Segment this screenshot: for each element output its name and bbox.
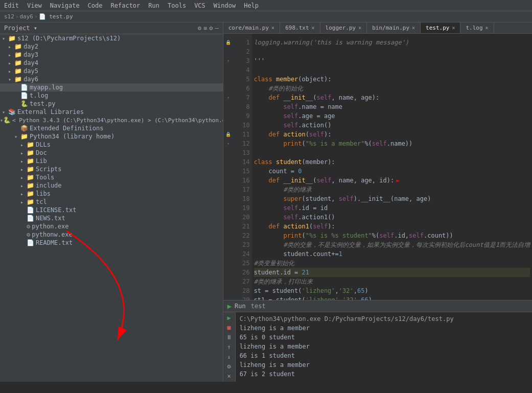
tab-tlog-close[interactable]: × (485, 25, 489, 31)
tree-myapplog[interactable]: 📄 myapp.log (0, 83, 223, 91)
tab-tlog-label: t.log (466, 25, 482, 31)
gutter-fold-11[interactable]: 🔒 (224, 130, 233, 139)
tree-day3[interactable]: ▸ 📁 day3 (0, 51, 223, 59)
tab-loggerpy[interactable]: logger.py × (320, 22, 367, 33)
run-output-line-4: 66 is 1 student (240, 351, 528, 360)
tree-scripts[interactable]: ▸ 📁 Scripts (0, 165, 223, 173)
menu-window[interactable]: Window (210, 2, 240, 9)
tab-loggerpy-close[interactable]: × (358, 25, 361, 31)
editor-area: core/main.py × 698.txt × logger.py × bin… (223, 22, 532, 382)
breadcrumb-s12[interactable]: s12 (4, 13, 14, 20)
code-line-6: #类的初始化 (254, 84, 530, 93)
tab-698txt-label: 698.txt (285, 25, 309, 31)
tree-tlog[interactable]: 📄 t.log (0, 91, 223, 100)
tree-extended-defs[interactable]: 📦 Extended Definitions (0, 124, 223, 132)
gutter-fold-10[interactable] (224, 121, 233, 130)
menu-edit[interactable]: Edit (0, 2, 23, 9)
tree-external-libs[interactable]: ▾ 📚 External Libraries (0, 108, 223, 116)
tree-day4[interactable]: ▸ 📁 day4 (0, 59, 223, 67)
tree-readme[interactable]: 📄 README.txt (0, 239, 223, 247)
sync-icon[interactable]: ⚙ (198, 25, 201, 32)
gutter-fold-6[interactable] (224, 84, 233, 93)
tab-coremain[interactable]: core/main.py × (223, 22, 281, 33)
tab-coremain-close[interactable]: × (271, 25, 274, 31)
tab-loggerpy-label: logger.py (326, 25, 356, 31)
code-line-10: self.action() (254, 121, 530, 130)
run-output-line-3: lizheng is a member (240, 342, 528, 351)
code-line-20: self.action1() (254, 213, 530, 222)
gutter-fold-3[interactable]: ▾ (224, 56, 233, 65)
tree-tools[interactable]: ▸ 📁 Tools (0, 173, 223, 181)
tree-s12[interactable]: ▾ 📁 s12 (D:\PycharmProjects\s12) (0, 34, 223, 42)
tab-testpy-close[interactable]: × (452, 25, 455, 31)
tab-698txt[interactable]: 698.txt × (280, 22, 320, 33)
tree-pythonexe[interactable]: ⚙ python.exe (0, 222, 223, 230)
gutter-fold-1[interactable]: 🔒 (224, 38, 233, 47)
gutter-fold-4[interactable] (224, 65, 233, 75)
tree-python343[interactable]: ▾ 🐍 < Python 3.4.3 (C:\Python34\python.e… (0, 116, 223, 124)
tab-698txt-close[interactable]: × (312, 25, 315, 31)
run-label[interactable]: Run (235, 303, 246, 310)
gutter-fold-8[interactable] (224, 102, 233, 111)
settings-icon[interactable]: ≡ (203, 25, 207, 32)
tree-day2[interactable]: ▸ 📁 day2 (0, 42, 223, 51)
run-tab: ▶ Run test (223, 300, 532, 312)
run-close-button[interactable]: × (224, 372, 234, 380)
code-line-22: print("%s is %s student"%(self.id,self.c… (254, 231, 530, 240)
code-line-11: def action(self): (254, 130, 530, 139)
menu-refactor[interactable]: Refactor (107, 2, 145, 9)
code-line-28: st = student('lizheng','32',65) (254, 286, 530, 295)
sidebar: Project ▾ ⚙ ≡ ⚙ — ▾ 📁 s12 (D:\PycharmPro… (0, 22, 223, 382)
tab-binmain-close[interactable]: × (412, 25, 415, 31)
tree-include[interactable]: ▸ 📁 include (0, 181, 223, 190)
tab-binmain[interactable]: bin/main.py × (367, 22, 421, 33)
run-stop-button[interactable]: ■ (224, 324, 234, 332)
menu-navigate[interactable]: Navigate (46, 2, 84, 9)
gutter-fold-12[interactable]: ▾ (224, 139, 233, 148)
run-command-line: C:\Python34\python.exe D:/PycharmProject… (240, 314, 528, 323)
breadcrumb-file[interactable]: 📄 test.py (39, 13, 73, 20)
run-output-line-1: lizheng is a member (240, 323, 528, 333)
run-scroll-up-button[interactable]: ↑ (224, 343, 234, 351)
tree-news[interactable]: 📄 NEWS.txt (0, 214, 223, 222)
gutter-fold-9[interactable] (224, 111, 233, 121)
code-line-2 (254, 47, 530, 56)
tree-day5[interactable]: ▸ 📁 day5 (0, 67, 223, 75)
menu-help[interactable]: Help (240, 2, 263, 9)
tree-dlls[interactable]: ▸ 📁 DLLs (0, 141, 223, 149)
gutter-fold-5[interactable] (224, 75, 233, 84)
tree-lib[interactable]: ▸ 📁 Lib (0, 157, 223, 165)
menu-code[interactable]: Code (84, 2, 107, 9)
tree-python34-home[interactable]: ▾ 📁 Python34 (library home) (0, 132, 223, 141)
gutter-fold-7[interactable]: ▾ (224, 93, 233, 102)
code-line-25: #类变量初始化 (254, 259, 530, 268)
tab-testpy[interactable]: test.py × (421, 22, 460, 33)
menu-vcs[interactable]: VCS (190, 2, 210, 9)
tree-pythonwexe[interactable]: ⚙ pythonw.exe (0, 230, 223, 239)
run-scroll-down-button[interactable]: ↓ (224, 353, 234, 360)
run-settings-button[interactable]: ⚙ (224, 362, 234, 370)
tree-tcl[interactable]: ▸ 📁 tcl (0, 198, 223, 206)
tab-tlog[interactable]: t.log × (460, 22, 494, 33)
run-output-line-5: lizheng is a member (240, 360, 528, 369)
code-line-14: class student(member): (254, 157, 530, 167)
menu-tools[interactable]: Tools (164, 2, 190, 9)
tree-testpy[interactable]: 🐍 test.py (0, 100, 223, 108)
run-play-button[interactable]: ▶ (224, 314, 234, 322)
gutter-fold-2[interactable] (224, 47, 233, 56)
code-line-5: class member(object): (254, 75, 530, 84)
minimize-icon[interactable]: — (215, 25, 218, 32)
code-content[interactable]: logging.warning('this is warning message… (252, 34, 532, 300)
breadcrumb-day6[interactable]: day6 (20, 13, 34, 20)
run-pause-button[interactable]: ⏸ (224, 334, 234, 341)
menu-view[interactable]: View (23, 2, 46, 9)
tree-license[interactable]: 📄 LICENSE.txt (0, 206, 223, 214)
tree-doc[interactable]: ▸ 📁 Doc (0, 149, 223, 157)
code-line-17: #类的继承 (254, 185, 530, 194)
menu-run[interactable]: Run (144, 2, 164, 9)
tree-libs[interactable]: ▸ 📁 libs (0, 190, 223, 198)
gear-icon[interactable]: ⚙ (209, 25, 213, 32)
code-line-1: logging.warning('this is warning message… (254, 38, 530, 47)
run-output-area: ▶ ■ ⏸ ↑ ↓ ⚙ × C:\Python34\python.exe D:/… (223, 312, 532, 382)
tree-day6[interactable]: ▾ 📁 day6 (0, 75, 223, 83)
